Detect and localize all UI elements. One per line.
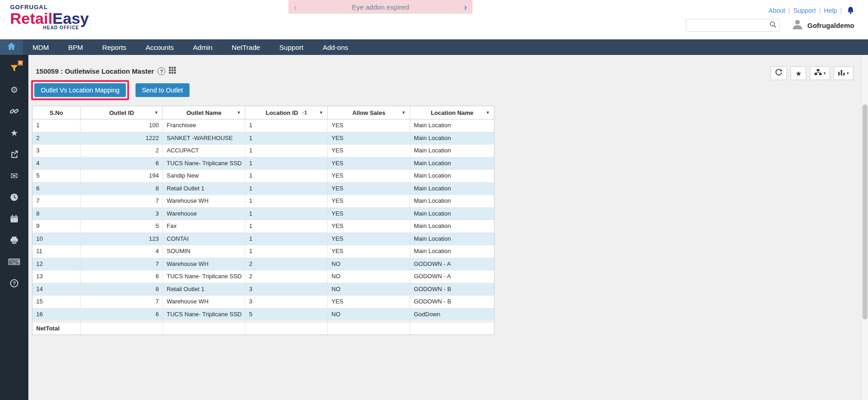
refresh-button[interactable] xyxy=(770,66,787,80)
notifications-bell-icon[interactable] xyxy=(847,6,854,14)
table-row[interactable]: 68Retail Outlet 11YESMain Location xyxy=(33,183,494,195)
header-right: About|Support|Help| Gofrugaldemo xyxy=(686,6,854,32)
nav-item-support[interactable]: Support xyxy=(270,39,313,55)
table-row[interactable]: 114SOUMIN1YESMain Location xyxy=(33,245,494,258)
column-header-location-id[interactable]: Location ID↑1▼ xyxy=(245,106,328,119)
nav-item-nettrade[interactable]: NetTrade xyxy=(222,39,270,55)
link-separator: | xyxy=(819,7,821,14)
cell-location-name: GODOWN - A xyxy=(410,258,494,270)
header-link-support[interactable]: Support xyxy=(793,7,816,14)
nav-item-bpm[interactable]: BPM xyxy=(59,39,93,55)
hierarchy-dropdown-button[interactable]: ▾ xyxy=(810,66,830,80)
table-row[interactable]: 127Warehouse WH2NOGODOWN - A xyxy=(33,258,494,271)
table-row[interactable]: 157Warehouse WH3YESGODOWN - B xyxy=(33,296,494,308)
cell-outlet-name: Warehouse WH xyxy=(163,321,245,322)
nav-item-reports[interactable]: Reports xyxy=(92,39,136,55)
table-row[interactable]: 177Warehouse WH6NOCh Sanbhaii Nagar xyxy=(33,321,494,322)
table-row[interactable]: 21222SANKET -WAREHOUSE1YESMain Location xyxy=(33,132,494,145)
table-row[interactable]: 136TUCS Nane- Triplicane SSD2NOGODOWN - … xyxy=(33,270,494,283)
header-link-about[interactable]: About xyxy=(769,7,786,14)
cell-location-id: 2 xyxy=(245,270,328,283)
cell-s-no: 6 xyxy=(33,183,81,195)
calendar-icon[interactable] xyxy=(0,214,28,224)
cell-outlet-name: Sandip New xyxy=(163,170,245,182)
cell-outlet-id: 6 xyxy=(81,157,163,170)
filter-icon[interactable]: 0 xyxy=(0,63,28,73)
table-row[interactable]: 148Retail Outlet 13NOGODOWN - B xyxy=(33,283,494,296)
help-icon[interactable]: ? xyxy=(0,278,28,288)
cell-outlet-id: 100 xyxy=(81,119,163,132)
column-filter-caret-icon[interactable]: ▼ xyxy=(237,110,241,115)
column-filter-caret-icon[interactable]: ▼ xyxy=(319,110,323,115)
logo-product-text: RetailEasy xyxy=(10,11,89,26)
mail-icon[interactable]: ✉ xyxy=(0,171,28,181)
keyboard-icon[interactable]: ⌨ xyxy=(0,257,28,267)
table-row[interactable]: 95Fax1YESMain Location xyxy=(33,220,494,233)
table-row[interactable]: 32ACCUPACT1YESMain Location xyxy=(33,145,494,157)
cell-location-name: Main Location xyxy=(410,233,494,245)
nav-item-accounts[interactable]: Accounts xyxy=(136,39,184,55)
share-icon[interactable] xyxy=(0,149,28,159)
page-help-icon[interactable]: ? xyxy=(157,67,165,75)
outlet-vs-location-mapping-button[interactable]: Outlet Vs Location Mapping xyxy=(34,83,126,97)
search-input[interactable] xyxy=(689,22,770,29)
column-filter-caret-icon[interactable]: ▼ xyxy=(154,110,158,115)
cell-allow-sales: YES xyxy=(328,157,410,170)
banner-prev-icon[interactable]: ‹ xyxy=(294,2,297,11)
cell-outlet-id: 8 xyxy=(81,183,163,195)
cell-allow-sales: YES xyxy=(328,132,410,145)
cell-outlet-id: 123 xyxy=(81,233,163,245)
table-row[interactable]: 46TUCS Nane- Triplicane SSD1YESMain Loca… xyxy=(33,157,494,170)
clock-icon[interactable] xyxy=(0,192,28,202)
column-header-allow-sales[interactable]: Allow Sales▼ xyxy=(328,106,410,119)
column-header-outlet-id[interactable]: Outlet ID▼ xyxy=(81,106,163,119)
cell-location-name: Main Location xyxy=(410,208,494,220)
nav-item-mdm[interactable]: MDM xyxy=(23,39,59,55)
cell-location-id: 3 xyxy=(245,283,328,296)
chart-dropdown-button[interactable]: ▾ xyxy=(834,66,853,80)
column-header-s-no[interactable]: S.No xyxy=(33,106,81,119)
header-link-help[interactable]: Help xyxy=(824,7,837,14)
window-scrollbar[interactable] xyxy=(861,55,868,400)
favorites-star-icon[interactable]: ★ xyxy=(0,128,28,138)
table-row[interactable]: 166TUCS Nane- Triplicane SSD5NOGodDown xyxy=(33,308,494,321)
table-row[interactable]: 10123CONTAI1YESMain Location xyxy=(33,233,494,246)
send-to-outlet-button[interactable]: Send to Outlet xyxy=(136,83,190,97)
table-row[interactable]: 77Warehouse WH1YESMain Location xyxy=(33,195,494,208)
nav-home[interactable] xyxy=(0,39,23,55)
cell-location-name: GODOWN - B xyxy=(410,296,494,308)
cell-outlet-id: 3 xyxy=(81,208,163,220)
nav-item-admin[interactable]: Admin xyxy=(184,39,222,55)
annotation-highlight: Outlet Vs Location Mapping xyxy=(31,80,129,100)
cell-s-no: 10 xyxy=(33,233,81,245)
cell-s-no: 8 xyxy=(33,208,81,220)
cell-s-no: 14 xyxy=(33,283,81,296)
table-row[interactable]: 83Warehouse1YESMain Location xyxy=(33,208,494,221)
column-header-outlet-name[interactable]: Outlet Name▼ xyxy=(163,106,245,119)
cell-location-id: 5 xyxy=(245,308,328,321)
column-header-location-name[interactable]: Location Name▼ xyxy=(410,106,494,119)
link-icon[interactable] xyxy=(0,106,28,116)
user-menu[interactable]: Gofrugaldemo xyxy=(792,18,854,32)
table-row[interactable]: 1100Franchisee1YESMain Location xyxy=(33,119,494,132)
printer-icon[interactable] xyxy=(0,235,28,245)
column-label: S.No xyxy=(49,109,63,116)
link-separator: | xyxy=(840,7,842,14)
settings-gear-icon[interactable]: ⚙ xyxy=(0,85,28,95)
cell-location-id: 1 xyxy=(245,183,328,195)
cell-allow-sales: NO xyxy=(328,258,410,270)
table-row[interactable]: 5194Sandip New1YESMain Location xyxy=(33,170,494,183)
column-filter-caret-icon[interactable]: ▼ xyxy=(486,110,490,115)
global-search[interactable] xyxy=(686,19,780,32)
cell-outlet-name: Retail Outlet 1 xyxy=(163,283,245,296)
cell-location-name: GODOWN - A xyxy=(410,270,494,283)
column-filter-caret-icon[interactable]: ▼ xyxy=(401,110,406,115)
search-icon[interactable] xyxy=(770,21,776,30)
banner-next-icon[interactable]: › xyxy=(464,2,467,11)
scrollbar-thumb[interactable] xyxy=(863,104,868,319)
layout-grid-icon[interactable] xyxy=(169,67,176,76)
favorite-button[interactable]: ★ xyxy=(791,66,806,80)
user-avatar-icon xyxy=(792,18,803,32)
cell-outlet-id: 4 xyxy=(81,245,163,258)
nav-item-add-ons[interactable]: Add-ons xyxy=(313,39,358,55)
